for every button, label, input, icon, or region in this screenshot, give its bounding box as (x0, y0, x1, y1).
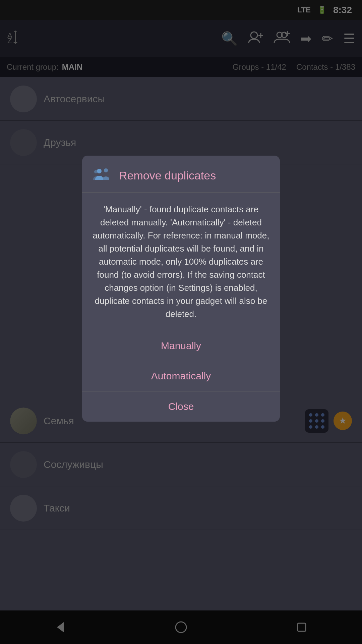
automatically-button[interactable]: Automatically (82, 361, 280, 391)
manually-button[interactable]: Manually (82, 331, 280, 361)
close-button[interactable]: Close (82, 391, 280, 422)
dialog-overlay: Remove duplicates 'Manually' - found dup… (0, 0, 362, 644)
dialog-people-icon (92, 166, 112, 186)
dialog-title: Remove duplicates (119, 169, 216, 182)
remove-duplicates-dialog: Remove duplicates 'Manually' - found dup… (82, 156, 280, 422)
svg-point-13 (97, 169, 102, 173)
dialog-header: Remove duplicates (82, 156, 280, 193)
dialog-body: 'Manually' - found duplicate contacts ar… (82, 193, 280, 331)
dialog-body-text: 'Manually' - found duplicate contacts ar… (92, 203, 270, 321)
svg-point-14 (104, 168, 108, 172)
dialog-actions: Manually Automatically Close (82, 331, 280, 422)
svg-point-15 (94, 170, 98, 173)
